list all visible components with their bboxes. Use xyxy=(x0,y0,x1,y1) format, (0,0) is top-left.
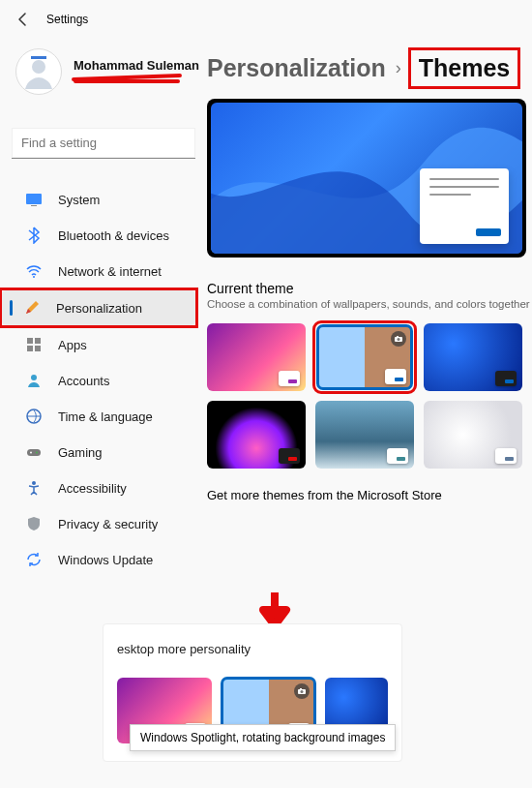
sidebar-item-personalization[interactable]: Personalization xyxy=(2,290,195,325)
svg-point-16 xyxy=(398,338,400,341)
user-name: Mohammad Suleman xyxy=(74,58,199,73)
more-themes-link[interactable]: Get more themes from the Microsoft Store xyxy=(207,488,532,502)
globe-clock-icon xyxy=(25,408,43,425)
sidebar-item-update[interactable]: Windows Update xyxy=(4,542,193,577)
back-icon[interactable] xyxy=(15,12,31,27)
sidebar-item-label: Apps xyxy=(58,338,87,352)
sidebar-item-label: Bluetooth & devices xyxy=(58,228,169,243)
svg-point-4 xyxy=(33,276,35,278)
sidebar-item-label: Privacy & security xyxy=(58,517,158,531)
svg-point-14 xyxy=(32,481,36,485)
window-title: Settings xyxy=(46,13,88,26)
sidebar-item-label: Windows Update xyxy=(58,553,153,567)
sidebar-item-accessibility[interactable]: Accessibility xyxy=(4,470,193,505)
sidebar-item-time[interactable]: Time & language xyxy=(4,399,193,434)
chevron-right-icon: › xyxy=(396,58,401,78)
svg-point-12 xyxy=(30,452,32,454)
sidebar-item-apps[interactable]: Apps xyxy=(4,327,193,362)
sidebar-item-label: Personalization xyxy=(56,301,142,316)
paintbrush-icon xyxy=(23,299,41,317)
camera-icon xyxy=(294,683,310,699)
fragment-text: esktop more personality xyxy=(117,642,388,656)
sidebar-item-label: Accounts xyxy=(58,374,109,388)
camera-icon xyxy=(391,331,406,347)
sidebar-item-system[interactable]: System xyxy=(4,182,193,217)
theme-option-3[interactable] xyxy=(424,323,522,391)
breadcrumb: Personalization › Themes xyxy=(207,50,517,86)
breadcrumb-current: Themes xyxy=(411,50,517,86)
person-icon xyxy=(25,372,43,389)
sidebar-item-gaming[interactable]: Gaming xyxy=(4,435,193,470)
user-email-redacted xyxy=(74,75,180,86)
svg-rect-17 xyxy=(397,336,399,338)
svg-rect-7 xyxy=(27,346,33,351)
sidebar-item-label: Network & internet xyxy=(58,264,162,279)
update-icon xyxy=(25,551,43,568)
theme-option-spotlight[interactable] xyxy=(317,325,412,389)
apps-icon xyxy=(25,336,43,353)
display-icon xyxy=(25,191,43,208)
theme-option-6[interactable] xyxy=(424,401,522,469)
sidebar-item-privacy[interactable]: Privacy & security xyxy=(4,506,193,541)
svg-rect-3 xyxy=(31,205,37,206)
svg-rect-8 xyxy=(35,346,41,351)
sidebar-item-label: Time & language xyxy=(58,409,153,424)
sidebar-item-network[interactable]: Network & internet xyxy=(4,254,193,288)
preview-window xyxy=(420,168,509,244)
accessibility-icon xyxy=(25,479,43,497)
svg-rect-1 xyxy=(31,56,46,59)
avatar[interactable] xyxy=(15,48,62,95)
sidebar-item-bluetooth[interactable]: Bluetooth & devices xyxy=(4,218,193,253)
search-input[interactable] xyxy=(12,128,195,159)
sidebar-item-accounts[interactable]: Accounts xyxy=(4,363,193,398)
svg-rect-2 xyxy=(26,194,42,204)
gamepad-icon xyxy=(25,443,43,461)
svg-point-19 xyxy=(301,690,304,693)
theme-option-1[interactable] xyxy=(207,323,306,391)
shield-icon xyxy=(25,515,43,532)
svg-rect-5 xyxy=(27,338,33,344)
sidebar-item-label: Accessibility xyxy=(58,481,127,496)
sidebar-item-label: System xyxy=(58,193,100,207)
tooltip: Windows Spotlight, rotating background i… xyxy=(130,724,396,751)
svg-rect-11 xyxy=(27,449,41,456)
section-subtitle: Choose a combination of wallpapers, soun… xyxy=(207,298,532,310)
theme-option-4[interactable] xyxy=(207,401,306,469)
theme-preview xyxy=(207,99,526,258)
svg-point-0 xyxy=(32,60,45,74)
bluetooth-icon xyxy=(25,227,43,244)
svg-point-9 xyxy=(31,375,37,380)
section-title: Current theme xyxy=(207,281,532,296)
svg-rect-20 xyxy=(300,688,302,690)
breadcrumb-parent[interactable]: Personalization xyxy=(207,54,386,82)
svg-point-13 xyxy=(36,452,38,454)
svg-rect-6 xyxy=(35,338,41,344)
sidebar-item-label: Gaming xyxy=(58,445,103,460)
wifi-icon xyxy=(25,262,43,280)
theme-option-5[interactable] xyxy=(315,401,414,469)
